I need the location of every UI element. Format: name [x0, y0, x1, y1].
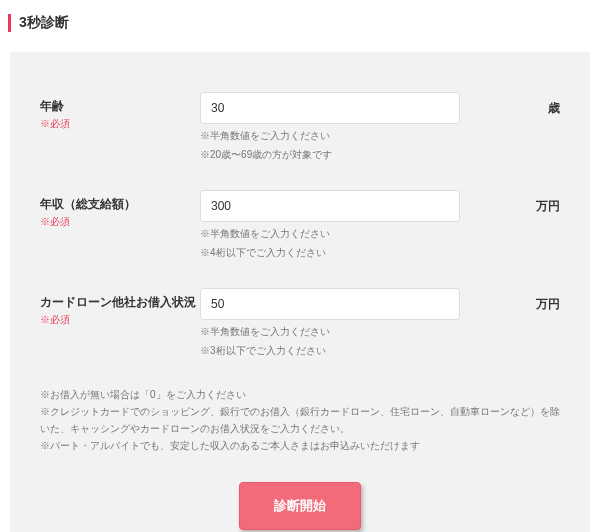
age-input[interactable]	[200, 92, 460, 124]
submit-button[interactable]: 診断開始	[239, 482, 361, 530]
page-title: 3秒診断	[19, 14, 69, 32]
age-unit: 歳	[538, 100, 560, 117]
form-row-age: 年齢 ※必須 歳 ※半角数値をご入力ください ※20歳〜69歳の方が対象です	[40, 92, 560, 162]
label-col-age: 年齢 ※必須	[40, 92, 200, 131]
age-label: 年齢	[40, 98, 200, 115]
input-line-debt: 万円	[200, 288, 560, 320]
income-required-badge: ※必須	[40, 215, 200, 229]
input-col-debt: 万円 ※半角数値をご入力ください ※3桁以下でご入力ください	[200, 288, 560, 358]
income-unit: 万円	[526, 198, 560, 215]
income-hint-1: ※半角数値をご入力ください	[200, 226, 560, 241]
debt-required-badge: ※必須	[40, 313, 200, 327]
input-line-income: 万円	[200, 190, 560, 222]
label-col-income: 年収（総支給額） ※必須	[40, 190, 200, 229]
form-note-2: ※クレジットカードでのショッピング、銀行でのお借入（銀行カードローン、住宅ローン…	[40, 403, 560, 437]
input-col-income: 万円 ※半角数値をご入力ください ※4桁以下でご入力ください	[200, 190, 560, 260]
header-accent-bar	[8, 14, 11, 32]
form-note-3: ※パート・アルバイトでも、安定した収入のあるご本人さまはお申込みいただけます	[40, 437, 560, 454]
age-required-badge: ※必須	[40, 117, 200, 131]
age-hint-2: ※20歳〜69歳の方が対象です	[200, 147, 560, 162]
form-row-income: 年収（総支給額） ※必須 万円 ※半角数値をご入力ください ※4桁以下でご入力く…	[40, 190, 560, 260]
debt-label: カードローン他社お借入状況	[40, 294, 200, 311]
form-row-debt: カードローン他社お借入状況 ※必須 万円 ※半角数値をご入力ください ※3桁以下…	[40, 288, 560, 358]
debt-hint-1: ※半角数値をご入力ください	[200, 324, 560, 339]
submit-row: 診断開始	[40, 482, 560, 530]
income-label: 年収（総支給額）	[40, 196, 200, 213]
income-hint-2: ※4桁以下でご入力ください	[200, 245, 560, 260]
income-input[interactable]	[200, 190, 460, 222]
debt-unit: 万円	[526, 296, 560, 313]
input-col-age: 歳 ※半角数値をご入力ください ※20歳〜69歳の方が対象です	[200, 92, 560, 162]
form-note-1: ※お借入が無い場合は「0」をご入力ください	[40, 386, 560, 403]
page-header: 3秒診断	[0, 0, 600, 42]
label-col-debt: カードローン他社お借入状況 ※必須	[40, 288, 200, 327]
debt-input[interactable]	[200, 288, 460, 320]
age-hint-1: ※半角数値をご入力ください	[200, 128, 560, 143]
debt-hint-2: ※3桁以下でご入力ください	[200, 343, 560, 358]
form-notes: ※お借入が無い場合は「0」をご入力ください ※クレジットカードでのショッピング、…	[40, 386, 560, 454]
input-line-age: 歳	[200, 92, 560, 124]
diagnosis-form-panel: 年齢 ※必須 歳 ※半角数値をご入力ください ※20歳〜69歳の方が対象です 年…	[10, 52, 590, 532]
